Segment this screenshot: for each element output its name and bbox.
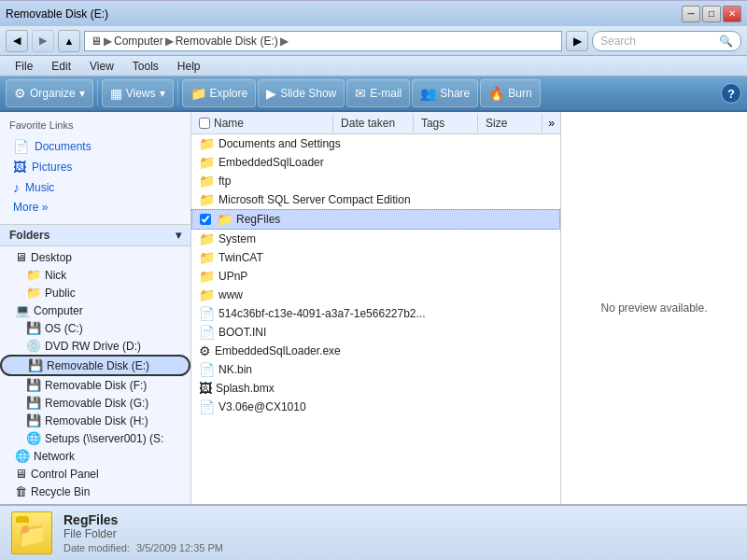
list-item[interactable]: 📁 EmbeddedSqlLoader <box>191 153 560 172</box>
favorite-music[interactable]: ♪ Music <box>9 177 181 198</box>
file-name: 514c36bf-c13e-4091-a3a7-1e566227b2... <box>218 307 553 320</box>
tree-item-c-drive[interactable]: 💾 OS (C:) <box>0 319 190 337</box>
list-item[interactable]: 📁 UPnP <box>191 267 560 286</box>
favorite-pictures[interactable]: 🖼 Pictures <box>9 157 181 177</box>
file-icon: 📄 <box>199 325 215 340</box>
file-name: RegFiles <box>236 213 552 226</box>
select-all-checkbox[interactable] <box>199 118 210 129</box>
file-name: ftp <box>218 175 553 188</box>
tree-item-g-drive[interactable]: 💾 Removable Disk (G:) <box>0 394 190 412</box>
list-item[interactable]: 📁 Documents and Settings <box>191 134 560 153</box>
go-button[interactable]: ▶ <box>566 31 588 51</box>
tree-item-computer[interactable]: 💻 Computer <box>0 301 190 319</box>
column-name[interactable]: Name <box>191 114 333 133</box>
status-folder-icon: 📁 <box>11 511 52 554</box>
favorite-documents[interactable]: 📄 Documents <box>9 136 181 157</box>
up-button[interactable]: ▲ <box>58 30 80 52</box>
search-box[interactable]: Search 🔍 <box>592 31 741 51</box>
list-item[interactable]: 🖼 Splash.bmx <box>191 379 560 398</box>
menu-help[interactable]: Help <box>170 58 208 75</box>
burn-button[interactable]: 🔥 Burn <box>480 79 540 107</box>
file-name: NK.bin <box>218 363 553 376</box>
file-name: System <box>218 232 553 245</box>
toolbar-separator-2 <box>177 80 178 106</box>
list-item[interactable]: 📄 BOOT.INI <box>191 323 560 342</box>
title-buttons: ─ □ ✕ <box>682 6 741 22</box>
email-button[interactable]: ✉ E-mail <box>346 79 410 107</box>
tree-item-d-drive[interactable]: 💿 DVD RW Drive (D:) <box>0 337 190 355</box>
title-bar: Removable Disk (E:) ─ □ ✕ <box>0 0 747 26</box>
minimize-button[interactable]: ─ <box>682 6 700 22</box>
tree-item-public[interactable]: 📁 Public <box>0 284 190 301</box>
favorite-links-title: Favorite Links <box>9 119 181 131</box>
back-button[interactable]: ◀ <box>6 30 28 52</box>
column-date-taken[interactable]: Date taken <box>333 114 414 133</box>
tree-item-network[interactable]: 🌐 Network <box>0 447 190 465</box>
tree-c-label: OS (C:) <box>45 322 83 335</box>
list-item[interactable]: 📄 NK.bin <box>191 360 560 379</box>
email-icon: ✉ <box>355 86 366 101</box>
file-name: BOOT.INI <box>218 326 553 339</box>
favorite-documents-label: Documents <box>35 140 92 153</box>
slideshow-button[interactable]: ▶ Slide Show <box>258 79 345 107</box>
file-icon: 📄 <box>199 362 215 377</box>
status-bar: 📁 RegFiles File Folder Date modified: 3/… <box>0 504 747 560</box>
tree-item-f-drive[interactable]: 💾 Removable Disk (F:) <box>0 376 190 394</box>
column-size[interactable]: Size <box>478 114 543 133</box>
menu-view[interactable]: View <box>82 58 121 75</box>
maximize-button[interactable]: □ <box>702 6 721 22</box>
list-item[interactable]: 📄 514c36bf-c13e-4091-a3a7-1e566227b2... <box>191 304 560 323</box>
help-button[interactable]: ? <box>721 83 741 104</box>
views-button[interactable]: ▦ Views ▾ <box>102 79 174 107</box>
menu-tools[interactable]: Tools <box>125 58 166 75</box>
main-content: Favorite Links 📄 Documents 🖼 Pictures ♪ … <box>0 112 747 504</box>
tree-item-network-share[interactable]: 🌐 Setups (\\server001) (S: <box>0 429 190 447</box>
list-item[interactable]: 📄 V3.06e@CX1010 <box>191 398 560 416</box>
tree-item-nick[interactable]: 📁 Nick <box>0 266 190 284</box>
folder-icon: 📁 <box>199 136 215 151</box>
tree-item-e-drive[interactable]: 💾 Removable Disk (E:) <box>0 355 190 376</box>
menu-edit[interactable]: Edit <box>44 58 78 75</box>
file-checkbox[interactable] <box>200 214 211 225</box>
tree-netshare-label: Setups (\\server001) (S: <box>45 432 163 445</box>
column-expand[interactable]: » <box>543 114 560 133</box>
file-icon: 📄 <box>199 399 215 414</box>
forward-button[interactable]: ▶ <box>32 30 54 52</box>
list-item[interactable]: 📁 Microsoft SQL Server Compact Edition <box>191 190 560 209</box>
column-tags[interactable]: Tags <box>414 114 478 133</box>
list-item[interactable]: 📁 www <box>191 286 560 304</box>
views-dropdown-icon: ▾ <box>160 87 165 100</box>
folders-header[interactable]: Folders ▾ <box>0 225 190 246</box>
tree-item-control-panel[interactable]: 🖥 Control Panel <box>0 465 190 483</box>
tree-item-h-drive[interactable]: 💾 Removable Disk (H:) <box>0 412 190 429</box>
tree-f-label: Removable Disk (F:) <box>45 379 147 392</box>
address-box[interactable]: 🖥 ▶ Computer ▶ Removable Disk (E:) ▶ <box>84 31 562 51</box>
folder-icon: 📁 <box>199 174 215 189</box>
list-item[interactable]: ⚙ EmbeddedSqlLoader.exe <box>191 342 560 360</box>
tree-item-recycle-bin[interactable]: 🗑 Recycle Bin <box>0 483 190 500</box>
file-icon: 📄 <box>199 306 215 321</box>
list-item[interactable]: 📁 TwinCAT <box>191 248 560 267</box>
folder-status-emoji: 📁 <box>17 521 47 550</box>
list-item[interactable]: 📁 System <box>191 230 560 248</box>
favorite-pictures-label: Pictures <box>32 161 72 174</box>
tree-item-desktop[interactable]: 🖥 Desktop <box>0 248 190 266</box>
folder-icon: 📁 <box>217 212 233 227</box>
address-computer: Computer <box>114 35 163 48</box>
pictures-icon: 🖼 <box>13 160 26 175</box>
computer-icon: 💻 <box>15 303 30 317</box>
g-drive-icon: 💾 <box>26 396 41 410</box>
more-favorites-link[interactable]: More » <box>9 198 181 217</box>
list-item[interactable]: 📁 ftp <box>191 172 560 190</box>
close-button[interactable]: ✕ <box>723 6 741 22</box>
share-button[interactable]: 👥 Share <box>412 79 478 107</box>
status-info: RegFiles File Folder Date modified: 3/5/… <box>63 512 736 553</box>
documents-icon: 📄 <box>13 139 29 154</box>
menu-file[interactable]: File <box>7 58 40 75</box>
organize-dropdown-icon: ▾ <box>79 87 85 100</box>
list-item-selected[interactable]: 📁 RegFiles <box>191 209 560 230</box>
views-icon: ▦ <box>110 86 122 101</box>
explore-button[interactable]: 📁 Explore <box>182 79 257 107</box>
organize-button[interactable]: ⚙ Organize ▾ <box>6 79 93 107</box>
folders-collapse-icon: ▾ <box>176 229 181 242</box>
